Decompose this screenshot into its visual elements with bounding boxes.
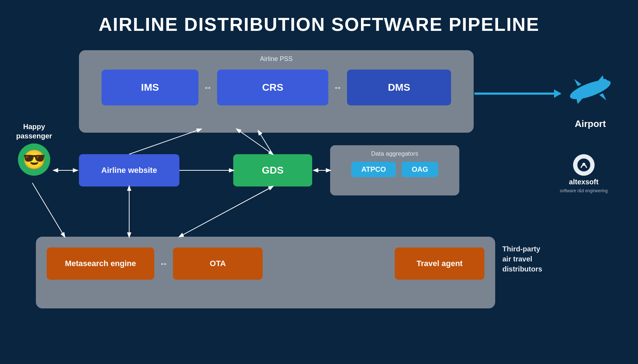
passenger-label: Happypassenger: [16, 122, 52, 141]
page-title: AIRLINE DISTRIBUTION SOFTWARE PIPELINE: [0, 0, 638, 35]
travel-agent-box: Travel agent: [395, 247, 484, 280]
pss-label: Airline PSS: [90, 55, 463, 63]
plane-icon: [563, 65, 617, 115]
ota-box: OTA: [173, 247, 263, 280]
atpco-box: ATPCO: [351, 162, 396, 177]
svg-marker-17: [574, 79, 581, 86]
third-party-container: Metasearch engine ↔ OTA Travel agent: [36, 237, 495, 308]
svg-point-19: [602, 79, 607, 85]
metasearch-box: Metasearch engine: [47, 247, 154, 280]
crs-box: CRS: [217, 70, 328, 105]
third-party-label: Third-partyair traveldistributors: [502, 244, 542, 274]
crs-dms-arrow: ↔: [328, 82, 347, 93]
airport-display: Airport: [563, 65, 617, 129]
altexsoft-icon: [573, 154, 595, 176]
svg-line-9: [237, 129, 273, 154]
dms-airport-arrow: [474, 93, 560, 95]
ims-crs-arrow: ↔: [198, 82, 217, 93]
airline-website-box: Airline website: [79, 154, 179, 186]
svg-line-6: [32, 183, 65, 237]
ims-box: IMS: [102, 70, 198, 105]
pss-boxes: IMS ↔ CRS ↔ DMS: [90, 68, 463, 107]
altexsoft-sub: software r&d engineering: [560, 188, 607, 193]
svg-marker-18: [599, 93, 606, 100]
airport-text-label: Airport: [575, 118, 606, 129]
passenger-area: Happypassenger 😎: [16, 122, 52, 176]
svg-line-7: [129, 129, 201, 154]
altexsoft-area: altexsoft software r&d engineering: [560, 154, 607, 193]
oag-box: OAG: [402, 162, 438, 177]
passenger-icon: 😎: [18, 143, 50, 176]
pss-container: Airline PSS IMS ↔ CRS ↔ DMS: [79, 50, 474, 133]
data-aggregators-container: Data aggregators ATPCO OAG: [330, 145, 459, 195]
dms-box: DMS: [347, 70, 451, 105]
data-aggregators-label: Data aggregators: [336, 150, 454, 157]
gds-box: GDS: [233, 154, 312, 186]
svg-line-12: [179, 186, 273, 237]
svg-line-10: [258, 131, 273, 154]
svg-point-1: [582, 163, 585, 166]
third-party-boxes: Metasearch engine ↔ OTA Travel agent: [47, 244, 484, 283]
data-aggregators-boxes: ATPCO OAG: [336, 162, 454, 177]
meta-ota-arrow: ↔: [154, 259, 173, 269]
altexsoft-name: altexsoft: [569, 178, 599, 186]
